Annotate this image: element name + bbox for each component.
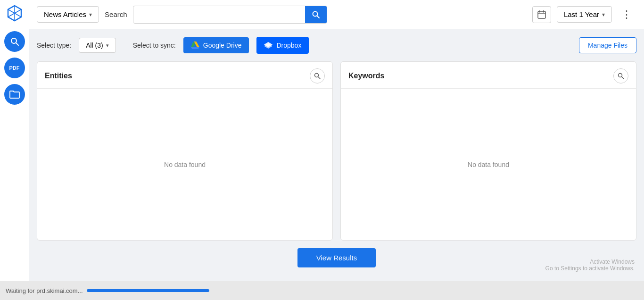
date-range-button[interactable]: Last 1 Year ▾ <box>557 6 612 23</box>
keywords-card-header: Keywords <box>341 62 636 89</box>
cards-row: Entities No data found Keywords <box>37 61 636 241</box>
news-articles-chevron-icon: ▾ <box>89 11 92 18</box>
entities-no-data: No data found <box>37 89 332 240</box>
manage-files-button[interactable]: Manage Files <box>579 37 636 53</box>
svg-line-7 <box>317 16 320 18</box>
svg-line-18 <box>318 77 320 79</box>
sidebar: PDF <box>0 0 29 300</box>
dropbox-button[interactable]: Dropbox <box>256 37 309 54</box>
search-input[interactable] <box>133 7 305 23</box>
calendar-button[interactable] <box>532 6 551 23</box>
keywords-no-data: No data found <box>341 89 636 240</box>
search-container <box>133 6 328 24</box>
keywords-card: Keywords No data found <box>340 61 636 241</box>
news-articles-button[interactable]: News Articles ▾ <box>37 6 99 23</box>
view-results-button[interactable]: View Results <box>297 248 376 267</box>
entities-title: Entities <box>45 72 72 80</box>
svg-point-19 <box>619 74 622 77</box>
sidebar-pdf-icon[interactable]: PDF <box>4 58 25 78</box>
dropbox-icon <box>264 41 272 50</box>
date-range-label: Last 1 Year <box>564 10 599 18</box>
status-text: Waiting for prd.skimai.com... <box>6 287 83 294</box>
keywords-title: Keywords <box>348 72 384 80</box>
sidebar-search-icon[interactable] <box>4 31 25 52</box>
svg-line-5 <box>16 43 18 45</box>
select-type-label: Select type: <box>37 42 71 49</box>
news-articles-label: News Articles <box>44 10 86 18</box>
svg-point-17 <box>315 74 319 77</box>
more-options-button[interactable]: ⋮ <box>618 7 636 23</box>
svg-rect-8 <box>538 11 545 18</box>
entities-search-icon[interactable] <box>310 68 325 83</box>
status-bar: Waiting for prd.skimai.com... <box>0 281 644 300</box>
manage-files-label: Manage Files <box>588 42 627 49</box>
all-select-button[interactable]: All (3) ▾ <box>79 38 116 53</box>
dropbox-label: Dropbox <box>276 42 301 49</box>
google-drive-label: Google Drive <box>203 42 242 49</box>
toolbar-row: Select type: All (3) ▾ Select to sync: G… <box>37 37 636 54</box>
search-button[interactable] <box>305 6 327 23</box>
search-label: Search <box>105 10 127 18</box>
all-select-label: All (3) <box>86 42 103 49</box>
svg-marker-14 <box>191 47 199 49</box>
sidebar-folder-icon[interactable] <box>4 84 25 105</box>
activate-windows-notice: Activate Windows Go to Settings to activ… <box>545 258 635 272</box>
keywords-search-icon[interactable] <box>613 68 628 83</box>
header: News Articles ▾ Search Last 1 Year ▾ ⋮ <box>29 0 644 29</box>
entities-card-header: Entities <box>37 62 332 89</box>
status-progress-bar <box>87 289 209 292</box>
date-range-chevron-icon: ▾ <box>602 11 605 18</box>
google-drive-button[interactable]: Google Drive <box>183 37 249 53</box>
google-drive-icon <box>191 42 199 49</box>
svg-marker-13 <box>191 42 195 47</box>
app-logo[interactable] <box>5 4 24 23</box>
all-select-chevron-icon: ▾ <box>106 42 109 49</box>
entities-card: Entities No data found <box>37 61 333 241</box>
select-sync-label: Select to sync: <box>133 42 176 49</box>
svg-line-20 <box>622 77 624 79</box>
view-results-label: View Results <box>316 254 357 262</box>
